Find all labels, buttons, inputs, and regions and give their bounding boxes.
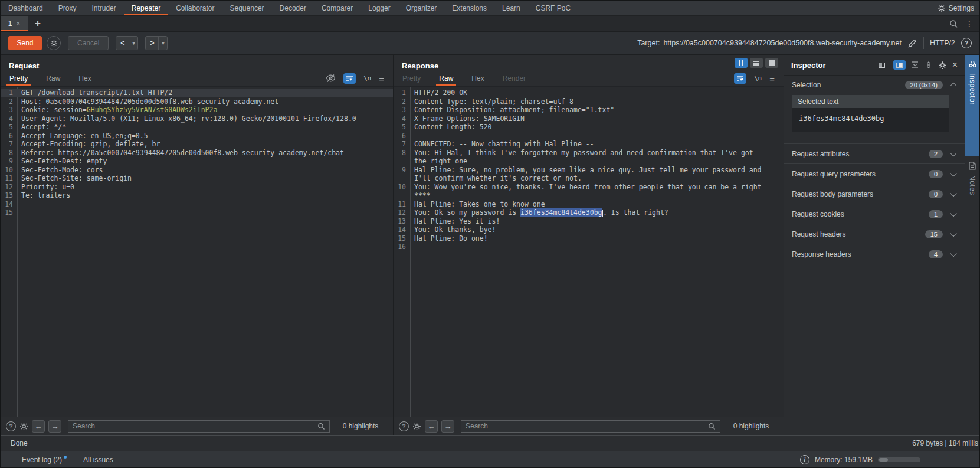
prev-match-button[interactable]: ← [32, 420, 45, 433]
request-tab-raw[interactable]: Raw [46, 70, 60, 86]
chevron-down-icon[interactable] [950, 230, 956, 236]
send-settings-button[interactable] [47, 36, 61, 50]
response-metrics: 679 bytes | 184 millis [912, 439, 978, 447]
search-settings-icon[interactable] [19, 422, 28, 431]
side-tab-inspector[interactable]: Inspector [965, 55, 979, 156]
burp-suite-window: DashboardProxyIntruderRepeaterCollaborat… [0, 0, 980, 468]
inspector-dock-right-icon[interactable] [893, 60, 906, 70]
new-tab-button[interactable]: + [28, 16, 48, 31]
target-url: https://0a5c000704c93944847205de00d500f8… [663, 39, 902, 47]
code-line: 9Sec-Fetch-Dest: empty [1, 157, 393, 166]
search-help-icon[interactable]: ? [399, 421, 409, 431]
hide-nonprintable-icon[interactable] [326, 74, 336, 83]
code-line: 6Accept-Language: en-US,en;q=0.5 [1, 132, 393, 140]
send-button[interactable]: Send [8, 36, 42, 50]
menu-item-comparer[interactable]: Comparer [314, 1, 360, 15]
request-search-input[interactable] [73, 422, 317, 430]
line-content: Hal Pline: Do one! [410, 234, 784, 243]
show-newlines-icon[interactable]: \n [754, 74, 762, 82]
settings-label: Settings [949, 4, 974, 12]
inspector-dock-left-icon[interactable] [876, 60, 888, 70]
request-tab-hex[interactable]: Hex [78, 70, 91, 86]
response-menu-icon[interactable]: ≡ [769, 74, 775, 83]
collapse-all-icon[interactable] [925, 61, 933, 69]
menu-item-proxy[interactable]: Proxy [51, 1, 84, 15]
next-match-button[interactable]: → [48, 420, 61, 433]
edit-target-pencil-icon[interactable] [907, 38, 917, 48]
menu-item-collaborator[interactable]: Collaborator [168, 1, 222, 15]
search-help-icon[interactable]: ? [6, 421, 16, 431]
line-content: Te: trailers [17, 191, 393, 200]
menu-item-dashboard[interactable]: Dashboard [1, 1, 51, 15]
menu-item-decoder[interactable]: Decoder [272, 1, 314, 15]
expand-all-icon[interactable] [911, 61, 919, 69]
menu-item-repeater[interactable]: Repeater [124, 1, 168, 15]
line-number: 12 [394, 208, 410, 217]
request-tab-pretty[interactable]: Pretty [9, 70, 28, 86]
menu-item-extensions[interactable]: Extensions [444, 1, 494, 15]
response-tab-raw[interactable]: Raw [439, 70, 453, 86]
protocol-label[interactable]: HTTP/2 [930, 39, 955, 47]
response-tab-render[interactable]: Render [503, 70, 526, 86]
line-number: 10 [394, 183, 410, 200]
prev-match-button[interactable]: ← [425, 420, 438, 433]
event-log-button[interactable]: Event log (2) [22, 456, 67, 464]
inspector-close-icon[interactable]: × [952, 60, 958, 70]
section-count-badge: 4 [929, 250, 943, 258]
line-content: Sec-Fetch-Mode: cors [17, 166, 393, 175]
history-forward-caret[interactable]: ▾ [158, 37, 167, 50]
settings-button[interactable]: Settings [938, 1, 979, 15]
layout-rows-icon[interactable] [750, 58, 763, 68]
inspector-section-request-attributes[interactable]: Request attributes2 [784, 143, 965, 163]
search-settings-icon[interactable] [412, 422, 421, 431]
inspector-section-request-query-parameters[interactable]: Request query parameters0 [784, 163, 965, 184]
inspector-section-request-body-parameters[interactable]: Request body parameters0 [784, 184, 965, 204]
chevron-down-icon[interactable] [950, 189, 956, 196]
repeater-tabbar: 1 × + ⋮ [1, 16, 979, 32]
chevron-up-icon[interactable] [950, 82, 956, 89]
menu-item-organizer[interactable]: Organizer [398, 1, 445, 15]
history-back-button[interactable]: < ▾ [116, 36, 138, 50]
cancel-button[interactable]: Cancel [68, 36, 109, 50]
layout-single-icon[interactable] [765, 58, 778, 68]
inspector-section-request-headers[interactable]: Request headers15 [784, 224, 965, 244]
response-tab-hex[interactable]: Hex [471, 70, 484, 86]
show-newlines-icon[interactable]: \n [363, 74, 371, 82]
section-count-badge: 2 [929, 150, 943, 158]
word-wrap-icon[interactable] [734, 73, 746, 84]
repeater-tab-1[interactable]: 1 × [1, 16, 28, 31]
menu-item-learn[interactable]: Learn [494, 1, 528, 15]
menu-item-intruder[interactable]: Intruder [84, 1, 123, 15]
chevron-down-icon[interactable] [950, 210, 956, 216]
inspector-section-selection[interactable]: Selection 20 (0x14) [784, 76, 965, 94]
response-tab-pretty[interactable]: Pretty [402, 70, 421, 86]
response-editor[interactable]: 1HTTP/2 200 OK2Content-Type: text/plain;… [394, 86, 784, 417]
word-wrap-icon[interactable] [343, 73, 356, 84]
all-issues-button[interactable]: All issues [83, 456, 113, 464]
chevron-down-icon[interactable] [950, 169, 956, 176]
inspector-settings-gear-icon[interactable] [938, 61, 947, 70]
menu-item-logger[interactable]: Logger [360, 1, 398, 15]
inspector-section-response-headers[interactable]: Response headers4 [784, 244, 965, 264]
line-number: 2 [1, 97, 17, 106]
menu-item-csrf-poc[interactable]: CSRF PoC [528, 1, 578, 15]
help-icon[interactable]: ? [961, 38, 972, 48]
history-forward-arrow[interactable]: > [146, 37, 158, 50]
search-icon[interactable] [949, 19, 958, 28]
request-editor[interactable]: 1GET /download-transcript/1.txt HTTP/22H… [1, 86, 393, 417]
history-back-arrow[interactable]: < [116, 37, 129, 50]
side-tab-notes[interactable]: Notes [965, 156, 979, 222]
more-options-icon[interactable]: ⋮ [965, 19, 974, 28]
history-back-caret[interactable]: ▾ [129, 37, 137, 50]
close-tab-icon[interactable]: × [16, 19, 20, 28]
chevron-down-icon[interactable] [950, 149, 956, 156]
menu-item-sequencer[interactable]: Sequencer [222, 1, 272, 15]
history-forward-button[interactable]: > ▾ [145, 36, 168, 50]
chevron-down-icon[interactable] [950, 250, 956, 256]
request-menu-icon[interactable]: ≡ [379, 74, 384, 83]
next-match-button[interactable]: → [441, 420, 454, 433]
inspector-section-request-cookies[interactable]: Request cookies1 [784, 204, 965, 224]
response-search-input[interactable] [466, 422, 708, 430]
layout-columns-icon[interactable] [735, 58, 748, 68]
line-number: 13 [394, 217, 410, 226]
